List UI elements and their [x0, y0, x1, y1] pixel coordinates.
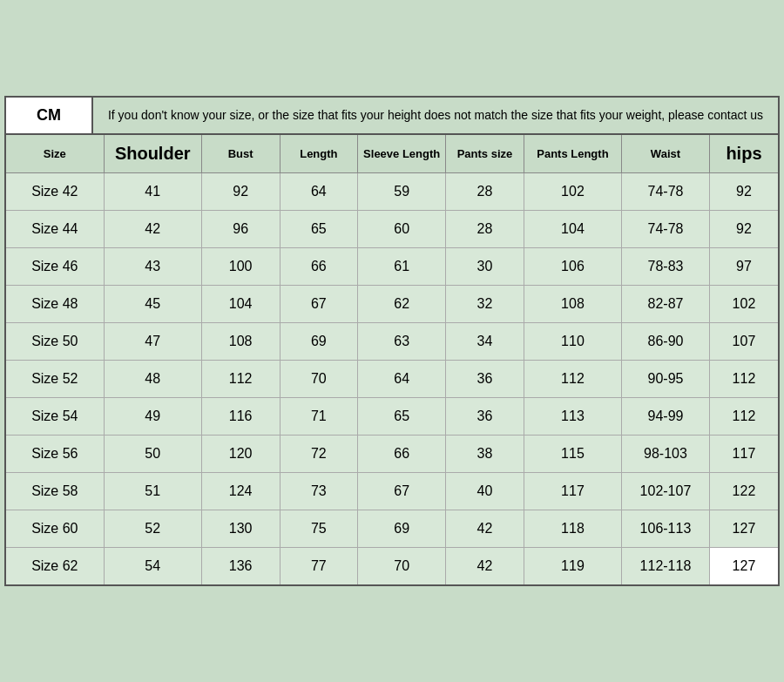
cell-hips: 102: [709, 286, 778, 323]
cell-hips: 107: [709, 323, 778, 361]
cell-waist: 94-99: [622, 398, 710, 436]
cell-hips: 97: [709, 248, 778, 286]
cell-pants-length: 119: [524, 548, 621, 585]
cell-sleeve: 65: [358, 398, 446, 436]
cell-pants-size: 36: [446, 361, 524, 398]
cell-waist: 78-83: [622, 248, 710, 286]
table-row: Size 504710869633411086-90107: [6, 323, 778, 361]
cell-pants-size: 28: [446, 173, 524, 211]
cell-bust: 116: [201, 398, 280, 436]
cell-shoulder: 49: [104, 398, 201, 436]
cell-bust: 112: [201, 361, 280, 398]
cell-pants-length: 118: [524, 510, 621, 548]
cell-pants-length: 106: [524, 248, 621, 286]
cell-size: Size 56: [6, 436, 104, 473]
cell-size: Size 50: [6, 323, 104, 361]
cell-pants-size: 42: [446, 548, 524, 585]
cell-pants-length: 115: [524, 436, 621, 473]
cell-length: 69: [280, 323, 358, 361]
cell-size: Size 60: [6, 510, 104, 548]
cell-sleeve: 62: [358, 286, 446, 323]
cell-pants-size: 34: [446, 323, 524, 361]
cell-bust: 100: [201, 248, 280, 286]
cell-sleeve: 63: [358, 323, 446, 361]
cell-waist: 90-95: [622, 361, 710, 398]
table-row: Size 484510467623210882-87102: [6, 286, 778, 323]
cell-shoulder: 47: [104, 323, 201, 361]
table-row: Size 42419264592810274-7892: [6, 173, 778, 211]
unit-label: CM: [6, 98, 93, 133]
cell-sleeve: 61: [358, 248, 446, 286]
cell-hips: 127: [709, 510, 778, 548]
notice-text: If you don't know your size, or the size…: [93, 98, 778, 133]
cell-size: Size 44: [6, 211, 104, 248]
cell-length: 71: [280, 398, 358, 436]
cell-length: 67: [280, 286, 358, 323]
cell-length: 72: [280, 436, 358, 473]
col-header-waist: Waist: [622, 135, 710, 173]
cell-bust: 96: [201, 211, 280, 248]
cell-shoulder: 52: [104, 510, 201, 548]
cell-pants-length: 104: [524, 211, 621, 248]
table-row: Size 544911671653611394-99112: [6, 398, 778, 436]
cell-pants-size: 38: [446, 436, 524, 473]
cell-sleeve: 67: [358, 473, 446, 510]
table-row: Size 464310066613010678-8397: [6, 248, 778, 286]
col-header-length: Length: [280, 135, 358, 173]
table-row: Size 6052130756942118106-113127: [6, 510, 778, 548]
cell-sleeve: 64: [358, 361, 446, 398]
cell-bust: 124: [201, 473, 280, 510]
cell-pants-length: 112: [524, 361, 621, 398]
cell-pants-size: 42: [446, 510, 524, 548]
cell-waist: 82-87: [622, 286, 710, 323]
cell-size: Size 52: [6, 361, 104, 398]
col-header-pants-length: Pants Length: [524, 135, 621, 173]
cell-sleeve: 66: [358, 436, 446, 473]
cell-length: 66: [280, 248, 358, 286]
cell-length: 65: [280, 211, 358, 248]
table-body: Size 42419264592810274-7892Size 44429665…: [6, 173, 778, 585]
cell-shoulder: 45: [104, 286, 201, 323]
cell-shoulder: 54: [104, 548, 201, 585]
cell-waist: 86-90: [622, 323, 710, 361]
cell-bust: 136: [201, 548, 280, 585]
cell-length: 64: [280, 173, 358, 211]
cell-shoulder: 43: [104, 248, 201, 286]
cell-sleeve: 69: [358, 510, 446, 548]
cell-hips: 92: [709, 211, 778, 248]
cell-waist: 98-103: [622, 436, 710, 473]
header-row: CM If you don't know your size, or the s…: [6, 98, 778, 135]
cell-bust: 120: [201, 436, 280, 473]
cell-pants-length: 117: [524, 473, 621, 510]
cell-pants-length: 110: [524, 323, 621, 361]
size-chart: CM If you don't know your size, or the s…: [4, 96, 780, 586]
cell-size: Size 42: [6, 173, 104, 211]
cell-pants-size: 36: [446, 398, 524, 436]
cell-pants-size: 30: [446, 248, 524, 286]
table-row: Size 524811270643611290-95112: [6, 361, 778, 398]
cell-shoulder: 50: [104, 436, 201, 473]
cell-length: 70: [280, 361, 358, 398]
table-row: Size 565012072663811598-103117: [6, 436, 778, 473]
cell-size: Size 62: [6, 548, 104, 585]
cell-pants-length: 108: [524, 286, 621, 323]
cell-pants-size: 32: [446, 286, 524, 323]
cell-hips: 112: [709, 398, 778, 436]
cell-pants-length: 113: [524, 398, 621, 436]
col-header-bust: Bust: [201, 135, 280, 173]
cell-size: Size 46: [6, 248, 104, 286]
col-header-pants-size: Pants size: [446, 135, 524, 173]
cell-hips: 122: [709, 473, 778, 510]
cell-waist: 74-78: [622, 211, 710, 248]
cell-length: 73: [280, 473, 358, 510]
cell-length: 75: [280, 510, 358, 548]
column-headers: Size Shoulder Bust Length Sleeve Length …: [6, 135, 778, 173]
cell-waist: 112-118: [622, 548, 710, 585]
cell-hips: 112: [709, 361, 778, 398]
table-row: Size 44429665602810474-7892: [6, 211, 778, 248]
col-header-size: Size: [6, 135, 104, 173]
cell-bust: 92: [201, 173, 280, 211]
cell-waist: 106-113: [622, 510, 710, 548]
size-table: Size Shoulder Bust Length Sleeve Length …: [6, 135, 778, 584]
col-header-hips: hips: [709, 135, 778, 173]
